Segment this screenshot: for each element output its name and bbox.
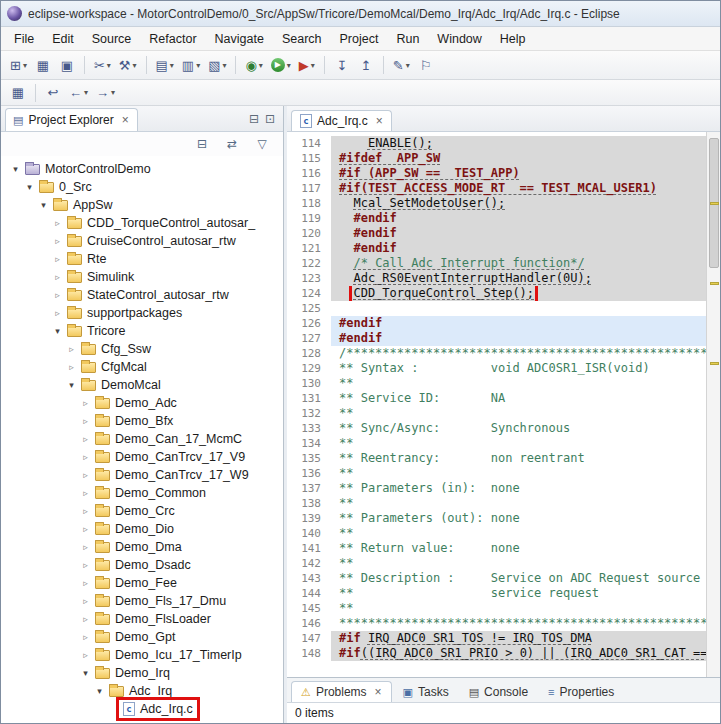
new-c-file-button[interactable]: ▤▾	[153, 54, 177, 76]
tree-item-0-src[interactable]: ▾0_Src	[1, 178, 283, 196]
tree-expand-icon[interactable]: ▹	[79, 524, 92, 534]
code-line-118[interactable]: 118 Mcal_SetModetoUser();	[287, 196, 720, 211]
view-menu-button[interactable]: ▽	[251, 133, 273, 155]
code-line-142[interactable]: 142**	[287, 556, 720, 571]
tree-collapse-icon[interactable]: ▾	[23, 182, 36, 192]
tree-expand-icon[interactable]: ▹	[79, 488, 92, 498]
menu-run[interactable]: Run	[387, 29, 428, 49]
collapse-all-button[interactable]: ⊟	[191, 133, 213, 155]
tree-expand-icon[interactable]: ▹	[79, 632, 92, 642]
import-button[interactable]: ↧	[331, 54, 353, 76]
tree-expand-icon[interactable]: ▹	[79, 470, 92, 480]
tree-item-simulink[interactable]: ▹Simulink	[1, 268, 283, 286]
menu-navigate[interactable]: Navigate	[206, 29, 273, 49]
flag-button[interactable]: ⚐	[415, 54, 437, 76]
tree-item-motorcontroldemo[interactable]: ▾MotorControlDemo	[1, 160, 283, 178]
new-c-class-button[interactable]: ▥▾	[179, 54, 203, 76]
tree-item-demo-crc[interactable]: ▹Demo_Crc	[1, 502, 283, 520]
close-icon[interactable]: ×	[375, 685, 382, 699]
tree-item-demo-adc[interactable]: ▹Demo_Adc	[1, 394, 283, 412]
code-line-140[interactable]: 140**	[287, 526, 720, 541]
menu-help[interactable]: Help	[491, 29, 535, 49]
tree-item-demo-dio[interactable]: ▹Demo_Dio	[1, 520, 283, 538]
tree-item-demo-can-17-mcmc[interactable]: ▹Demo_Can_17_McmC	[1, 430, 283, 448]
code-line-148[interactable]: 148#if((IRQ_ADC0_SR1_PRIO > 0) || (IRQ_A…	[287, 646, 720, 661]
code-line-141[interactable]: 141** Return value: none	[287, 541, 720, 556]
code-line-147[interactable]: 147#if IRQ_ADC0_SR1_TOS != IRQ_TOS_DMA	[287, 631, 720, 646]
code-line-132[interactable]: 132**	[287, 406, 720, 421]
tree-item-cfg-ssw[interactable]: ▹Cfg_Ssw	[1, 340, 283, 358]
code-line-139[interactable]: 139** Parameters (out): none	[287, 511, 720, 526]
code-line-123[interactable]: 123 Adc_RS0EventInterruptHandler(0U);	[287, 271, 720, 286]
close-icon[interactable]: ×	[122, 113, 129, 127]
tree-item-demomcal[interactable]: ▾DemoMcal	[1, 376, 283, 394]
tree-collapse-icon[interactable]: ▾	[79, 668, 92, 678]
tree-collapse-icon[interactable]: ▾	[9, 164, 22, 174]
tree-item-adc-irq[interactable]: ▾Adc_Irq	[1, 682, 283, 700]
build-all-button[interactable]: ⚒▾	[116, 54, 140, 76]
tree-item-cfgmcal[interactable]: ▹CfgMcal	[1, 358, 283, 376]
tree-expand-icon[interactable]: ▹	[51, 254, 64, 264]
tree-expand-icon[interactable]: ▹	[79, 506, 92, 516]
code-line-137[interactable]: 137** Parameters (in): none	[287, 481, 720, 496]
code-line-138[interactable]: 138**	[287, 496, 720, 511]
tree-collapse-icon[interactable]: ▾	[51, 326, 64, 336]
tree-expand-icon[interactable]: ▹	[79, 398, 92, 408]
external-tools-button[interactable]: ▶▾	[296, 54, 318, 76]
code-line-131[interactable]: 131** Service ID: NA	[287, 391, 720, 406]
tree-item-adc-irq-c[interactable]: Adc_Irq.c	[1, 700, 283, 718]
code-line-120[interactable]: 120 #endif	[287, 226, 720, 241]
link-with-editor-button[interactable]: ⇄	[221, 133, 243, 155]
tree-item-statecontrol-autosar-rtw[interactable]: ▹StateControl_autosar_rtw	[1, 286, 283, 304]
tree-item-rte[interactable]: ▹Rte	[1, 250, 283, 268]
code-line-114[interactable]: 114 ENABLE();	[287, 136, 720, 151]
tree-item-demo-dsadc[interactable]: ▹Demo_Dsadc	[1, 556, 283, 574]
tree-item-demo-irq[interactable]: ▾Demo_Irq	[1, 664, 283, 682]
menu-refactor[interactable]: Refactor	[140, 29, 205, 49]
tree-item-cdd-torquecontrol-autosar-[interactable]: ▹CDD_TorqueControl_autosar_	[1, 214, 283, 232]
open-element-button[interactable]: ▧▾	[205, 54, 229, 76]
tab-properties[interactable]: ≡Properties	[539, 682, 623, 702]
tree-item-demo-cantrcv-17-w9[interactable]: ▹Demo_CanTrcv_17_W9	[1, 466, 283, 484]
last-edit-location-button[interactable]: ↩	[42, 82, 64, 104]
save-all-button[interactable]: ▣	[56, 54, 78, 76]
tab-tasks[interactable]: ▣Tasks	[394, 682, 458, 702]
code-line-119[interactable]: 119 #endif	[287, 211, 720, 226]
code-line-115[interactable]: 115#ifdef APP_SW	[287, 151, 720, 166]
tree-item-demo-bfx[interactable]: ▹Demo_Bfx	[1, 412, 283, 430]
code-line-126[interactable]: 126#endif	[287, 316, 720, 331]
close-icon[interactable]: ×	[376, 114, 383, 128]
code-line-127[interactable]: 127#endif	[287, 331, 720, 346]
code-line-145[interactable]: 145**	[287, 601, 720, 616]
menu-source[interactable]: Source	[83, 29, 141, 49]
code-line-122[interactable]: 122 /* Call Adc Interrupt function*/	[287, 256, 720, 271]
tree-item-demo-gpt[interactable]: ▹Demo_Gpt	[1, 628, 283, 646]
tree-expand-icon[interactable]: ▹	[51, 272, 64, 282]
tree-expand-icon[interactable]: ▹	[65, 344, 78, 354]
tree-expand-icon[interactable]: ▹	[51, 308, 64, 318]
toggle-block-selection-button[interactable]: ▦	[7, 82, 29, 104]
code-line-135[interactable]: 135** Reentrancy: non reentrant	[287, 451, 720, 466]
tree-expand-icon[interactable]: ▹	[65, 362, 78, 372]
menu-search[interactable]: Search	[273, 29, 331, 49]
export-button[interactable]: ↥	[355, 54, 377, 76]
minimize-view-icon[interactable]: ⊟	[249, 112, 259, 126]
code-line-129[interactable]: 129** Syntax : void ADC0SR1_ISR(void)	[287, 361, 720, 376]
code-line-146[interactable]: 146*************************************…	[287, 616, 720, 631]
code-line-116[interactable]: 116#if (APP_SW == TEST_APP)	[287, 166, 720, 181]
tree-item-tricore[interactable]: ▾Tricore	[1, 322, 283, 340]
tree-item-cruisecontrol-autosar-rtw[interactable]: ▹CruiseControl_autosar_rtw	[1, 232, 283, 250]
forward-button[interactable]: →▾	[93, 82, 118, 104]
back-button[interactable]: ←▾	[66, 82, 91, 104]
tab-project-explorer[interactable]: ▤ Project Explorer ×	[5, 108, 138, 131]
code-line-130[interactable]: 130**	[287, 376, 720, 391]
code-line-136[interactable]: 136**	[287, 466, 720, 481]
tree-expand-icon[interactable]: ▹	[79, 614, 92, 624]
code-line-133[interactable]: 133** Sync/Async: Synchronous	[287, 421, 720, 436]
code-line-124[interactable]: 124 CDD_TorqueControl_Step();	[287, 286, 720, 301]
tree-collapse-icon[interactable]: ▾	[65, 380, 78, 390]
maximize-view-icon[interactable]: ⊡	[265, 112, 275, 126]
tree-item-demo-icu-17-timerip[interactable]: ▹Demo_Icu_17_TimerIp	[1, 646, 283, 664]
tree-expand-icon[interactable]: ▹	[79, 650, 92, 660]
tree-expand-icon[interactable]: ▹	[51, 290, 64, 300]
